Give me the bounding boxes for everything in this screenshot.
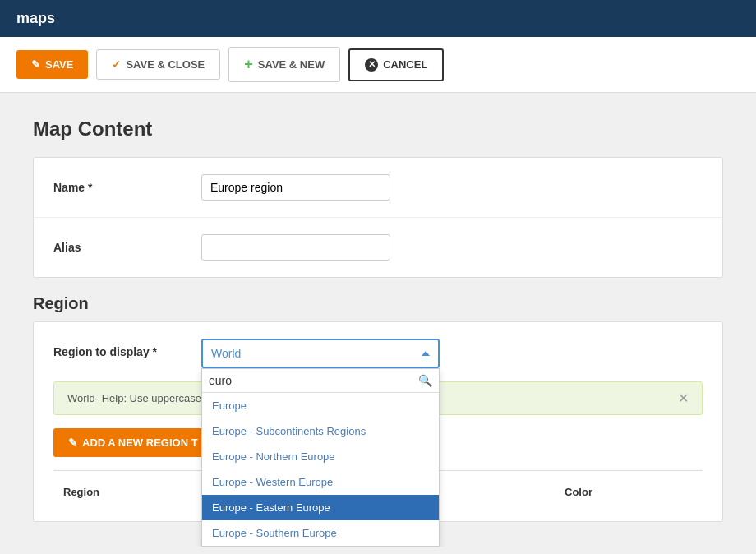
dropdown-arrow-icon bbox=[422, 351, 430, 356]
save-new-label: SAVE & NEW bbox=[258, 58, 325, 71]
map-content-card: Name * Alias bbox=[33, 157, 723, 278]
save-new-button[interactable]: + SAVE & NEW bbox=[228, 47, 340, 82]
check-icon: ✓ bbox=[112, 58, 121, 71]
alias-input-wrapper bbox=[201, 234, 703, 261]
top-bar: maps bbox=[0, 0, 756, 37]
name-row: Name * bbox=[34, 158, 722, 218]
dropdown-item-southern[interactable]: Europe - Southern Europe bbox=[202, 520, 439, 546]
region-display-label: Region to display * bbox=[53, 339, 201, 358]
name-input[interactable] bbox=[201, 174, 390, 201]
dropdown-panel: 🔍 Europe Europe - Subcontinents Regions … bbox=[201, 368, 440, 547]
alias-input[interactable] bbox=[201, 234, 390, 261]
save-button[interactable]: ✎ SAVE bbox=[16, 50, 88, 79]
region-section-title: Region bbox=[33, 294, 723, 313]
add-region-edit-icon: ✎ bbox=[68, 436, 77, 449]
name-label: Name * bbox=[53, 174, 201, 194]
search-icon: 🔍 bbox=[418, 374, 432, 387]
region-display-row: Region to display * World 🔍 Europe Europ… bbox=[53, 339, 703, 368]
cancel-label: CANCEL bbox=[383, 58, 427, 71]
dropdown-item-europe[interactable]: Europe bbox=[202, 393, 439, 418]
region-dropdown-container: World 🔍 Europe Europe - Subcontinents Re… bbox=[201, 339, 440, 368]
save-close-button[interactable]: ✓ SAVE & CLOSE bbox=[96, 49, 220, 80]
save-label: SAVE bbox=[45, 58, 73, 71]
add-region-label: ADD A NEW REGION T bbox=[82, 436, 198, 449]
app-title: maps bbox=[16, 10, 55, 26]
toolbar: ✎ SAVE ✓ SAVE & CLOSE + SAVE & NEW ✕ CAN… bbox=[0, 37, 756, 93]
dropdown-value: World bbox=[211, 347, 241, 360]
page-title: Map Content bbox=[33, 118, 723, 141]
help-text: World- Help: Use uppercase l bbox=[67, 392, 207, 404]
save-icon: ✎ bbox=[31, 58, 40, 71]
times-icon: ✕ bbox=[365, 58, 378, 72]
alias-row: Alias bbox=[34, 218, 722, 277]
dropdown-item-western[interactable]: Europe - Western Europe bbox=[202, 469, 439, 495]
cancel-button[interactable]: ✕ CANCEL bbox=[348, 48, 444, 81]
main-content: Map Content Name * Alias Region Region t… bbox=[0, 93, 756, 547]
dropdown-item-subcontinents[interactable]: Europe - Subcontinents Regions bbox=[202, 418, 439, 444]
region-dropdown-selected[interactable]: World bbox=[201, 339, 440, 368]
region-card: Region to display * World 🔍 Europe Europ… bbox=[33, 321, 723, 522]
help-close-icon[interactable]: ✕ bbox=[678, 390, 689, 406]
dropdown-search-container: 🔍 bbox=[202, 369, 439, 393]
dropdown-item-eastern[interactable]: Europe - Eastern Europe bbox=[202, 495, 439, 520]
plus-icon: + bbox=[244, 56, 253, 73]
name-input-wrapper bbox=[201, 174, 703, 201]
add-region-button[interactable]: ✎ ADD A NEW REGION T bbox=[53, 428, 213, 457]
dropdown-item-northern[interactable]: Europe - Northern Europe bbox=[202, 444, 439, 469]
save-close-label: SAVE & CLOSE bbox=[126, 58, 205, 71]
table-col-color: Color bbox=[555, 479, 703, 505]
alias-label: Alias bbox=[53, 234, 201, 254]
dropdown-search-input[interactable] bbox=[209, 374, 418, 387]
